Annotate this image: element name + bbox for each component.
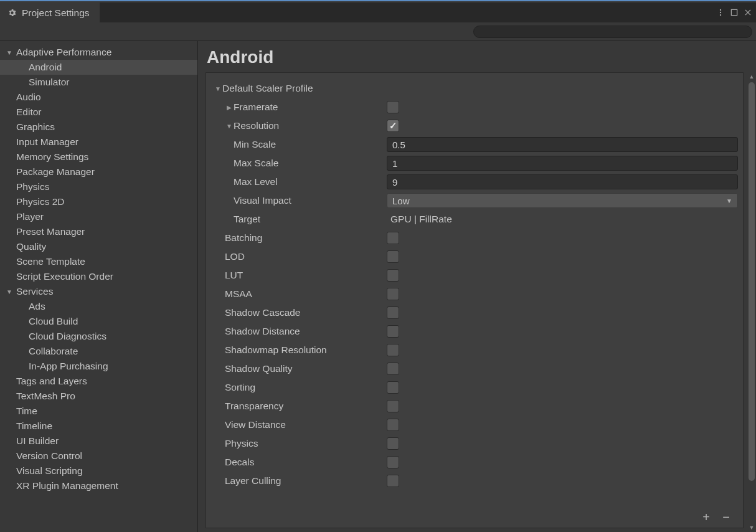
scaler-label[interactable]: Decals bbox=[225, 457, 254, 468]
scaler-label[interactable]: Physics bbox=[225, 438, 258, 449]
settings-sidebar: ▼Adaptive PerformanceAndroidSimulatorAud… bbox=[0, 41, 198, 532]
sidebar-item[interactable]: Package Manager bbox=[0, 164, 197, 179]
scaler-checkbox[interactable] bbox=[387, 250, 399, 263]
sidebar-item[interactable]: Memory Settings bbox=[0, 150, 197, 164]
dropdown-visual-impact-value: Low bbox=[392, 196, 410, 206]
sidebar-item[interactable]: Player bbox=[0, 209, 197, 224]
content-panel: Android ▼ Default Scaler Profile ▶ Frame… bbox=[198, 41, 756, 532]
close-icon[interactable] bbox=[744, 8, 752, 17]
sidebar-item[interactable]: Visual Scripting bbox=[0, 463, 197, 478]
sidebar-item[interactable]: ▼Adaptive Performance bbox=[0, 45, 197, 60]
foldout-arrow-icon[interactable]: ▼ bbox=[5, 49, 14, 56]
scaler-checkbox[interactable] bbox=[387, 288, 399, 300]
foldout-arrow-icon[interactable]: ▼ bbox=[225, 123, 234, 130]
sidebar-item[interactable]: Graphics bbox=[0, 120, 197, 135]
sidebar-item[interactable]: UI Builder bbox=[0, 434, 197, 449]
scaler-label[interactable]: Shadow Cascade bbox=[225, 307, 301, 318]
sidebar-item[interactable]: ▼Services bbox=[0, 284, 197, 299]
sidebar-item[interactable]: Ads bbox=[0, 299, 197, 314]
scaler-label[interactable]: Shadow Distance bbox=[225, 326, 300, 337]
sidebar-item[interactable]: Cloud Diagnostics bbox=[0, 329, 197, 344]
search-input[interactable] bbox=[473, 26, 752, 38]
scaler-label[interactable]: Batching bbox=[225, 232, 262, 244]
scaler-checkbox[interactable] bbox=[387, 232, 399, 244]
checkbox-framerate[interactable] bbox=[387, 101, 399, 113]
scaler-label[interactable]: View Distance bbox=[225, 419, 286, 430]
sidebar-item[interactable]: Audio bbox=[0, 90, 197, 105]
svg-point-1 bbox=[720, 12, 721, 13]
scaler-checkbox[interactable] bbox=[387, 437, 399, 450]
label-min-scale: Min Scale bbox=[234, 139, 276, 150]
sidebar-item[interactable]: Simulator bbox=[0, 75, 197, 90]
tab-project-settings[interactable]: Project Settings bbox=[0, 2, 100, 22]
scaler-checkbox[interactable] bbox=[387, 475, 399, 487]
remove-button[interactable]: − bbox=[719, 510, 733, 524]
sidebar-item[interactable]: Quality bbox=[0, 239, 197, 254]
scaler-label[interactable]: Shadow Quality bbox=[225, 363, 293, 374]
chevron-down-icon: ▼ bbox=[726, 197, 732, 204]
scaler-label[interactable]: Shadowmap Resolution bbox=[225, 344, 327, 356]
label-visual-impact: Visual Impact bbox=[234, 195, 291, 206]
kebab-menu-icon[interactable] bbox=[716, 8, 725, 17]
scrollbar-thumb[interactable] bbox=[749, 82, 755, 481]
sidebar-item[interactable]: TextMesh Pro bbox=[0, 389, 197, 404]
sidebar-item[interactable]: Timeline bbox=[0, 419, 197, 434]
dropdown-visual-impact[interactable]: Low ▼ bbox=[387, 193, 738, 208]
svg-point-0 bbox=[720, 9, 721, 11]
tab-title: Project Settings bbox=[22, 7, 90, 19]
sidebar-item[interactable]: XR Plugin Management bbox=[0, 478, 197, 493]
maximize-icon[interactable] bbox=[730, 8, 739, 17]
sidebar-item-label: Adaptive Performance bbox=[16, 47, 111, 58]
scaler-checkbox[interactable] bbox=[387, 419, 399, 431]
checkbox-resolution[interactable] bbox=[387, 120, 399, 132]
input-max-scale[interactable] bbox=[387, 156, 738, 171]
label-max-level: Max Level bbox=[234, 176, 278, 188]
sidebar-item[interactable]: Preset Manager bbox=[0, 224, 197, 239]
sidebar-item[interactable]: Editor bbox=[0, 105, 197, 120]
input-min-scale[interactable] bbox=[387, 137, 738, 152]
scaler-label[interactable]: LUT bbox=[225, 270, 243, 281]
scaler-checkbox[interactable] bbox=[387, 381, 399, 394]
scaler-checkbox[interactable] bbox=[387, 269, 399, 282]
add-button[interactable]: + bbox=[699, 510, 713, 524]
sidebar-item[interactable]: Android bbox=[0, 60, 197, 75]
scaler-checkbox[interactable] bbox=[387, 363, 399, 375]
scaler-checkbox[interactable] bbox=[387, 400, 399, 412]
tab-bar: Project Settings bbox=[0, 2, 756, 22]
sidebar-item[interactable]: Scene Template bbox=[0, 254, 197, 269]
gear-icon bbox=[7, 8, 17, 17]
sidebar-item[interactable]: Script Execution Order bbox=[0, 269, 197, 284]
scaler-label[interactable]: Transparency bbox=[225, 401, 283, 412]
scaler-checkbox[interactable] bbox=[387, 325, 399, 338]
sidebar-item[interactable]: Version Control bbox=[0, 449, 197, 463]
content-body: ▼ Default Scaler Profile ▶ Framerate bbox=[206, 72, 744, 528]
foldout-arrow-icon[interactable]: ▼ bbox=[5, 288, 14, 295]
sidebar-item[interactable]: Physics bbox=[0, 179, 197, 194]
sidebar-item[interactable]: Tags and Layers bbox=[0, 374, 197, 389]
sidebar-item[interactable]: In-App Purchasing bbox=[0, 359, 197, 374]
scrollbar[interactable]: ▲ ▼ bbox=[747, 72, 756, 532]
sidebar-item[interactable]: Time bbox=[0, 404, 197, 419]
sidebar-item[interactable]: Cloud Build bbox=[0, 314, 197, 329]
label-resolution[interactable]: Resolution bbox=[234, 120, 279, 131]
scroll-down-icon[interactable]: ▼ bbox=[747, 523, 756, 532]
search-bar-row bbox=[0, 22, 756, 41]
scaler-checkbox[interactable] bbox=[387, 306, 399, 319]
scaler-checkbox[interactable] bbox=[387, 456, 399, 468]
svg-rect-3 bbox=[731, 9, 737, 15]
scaler-label[interactable]: LOD bbox=[225, 251, 245, 262]
scaler-label[interactable]: MSAA bbox=[225, 288, 252, 300]
input-max-level[interactable] bbox=[387, 174, 738, 189]
scaler-label[interactable]: Sorting bbox=[225, 382, 255, 393]
foldout-arrow-icon[interactable]: ▼ bbox=[214, 85, 222, 92]
sidebar-item[interactable]: Input Manager bbox=[0, 135, 197, 150]
foldout-arrow-icon[interactable]: ▶ bbox=[225, 104, 234, 111]
section-default-scaler-profile[interactable]: Default Scaler Profile bbox=[222, 83, 313, 94]
svg-point-2 bbox=[720, 14, 721, 16]
label-framerate[interactable]: Framerate bbox=[234, 102, 278, 113]
sidebar-item[interactable]: Collaborate bbox=[0, 344, 197, 359]
scroll-up-icon[interactable]: ▲ bbox=[747, 72, 756, 81]
scaler-checkbox[interactable] bbox=[387, 344, 399, 356]
scaler-label[interactable]: Layer Culling bbox=[225, 475, 281, 487]
sidebar-item[interactable]: Physics 2D bbox=[0, 194, 197, 209]
